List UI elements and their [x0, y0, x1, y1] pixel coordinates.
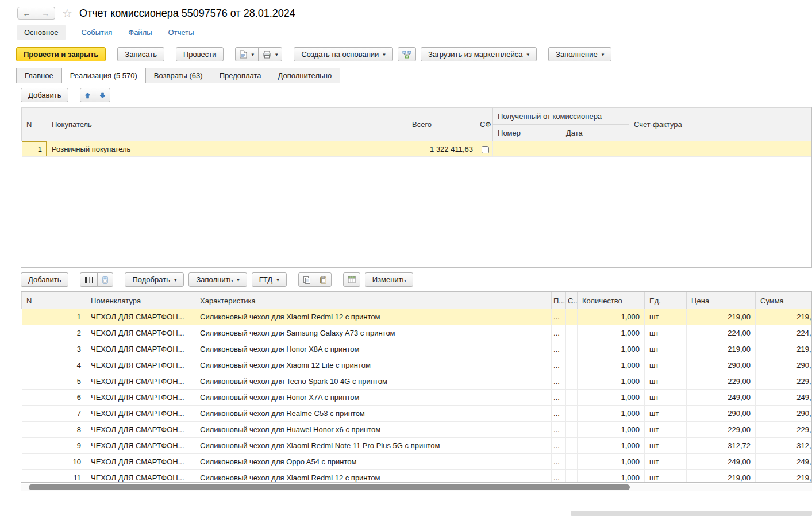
sum-cell[interactable]: 219,00 — [756, 309, 812, 325]
price-cell[interactable]: 224,00 — [687, 325, 756, 341]
p-cell[interactable]: ... — [552, 341, 566, 357]
col-header-unit[interactable]: Ед. — [645, 292, 687, 309]
item-row-number-cell[interactable]: 3 — [22, 341, 86, 357]
col-header-invoice[interactable]: Счет-фактура — [629, 108, 811, 141]
quantity-cell[interactable]: 1,000 — [578, 390, 645, 406]
number-cell[interactable] — [493, 141, 561, 157]
s-cell[interactable] — [566, 341, 578, 357]
characteristic-cell[interactable]: Силиконовый чехол для Honor X8A с принто… — [195, 341, 552, 357]
p-cell[interactable]: ... — [552, 422, 566, 438]
item-row[interactable]: 1 ЧЕХОЛ ДЛЯ СМАРТФОН... Силиконовый чехо… — [22, 309, 812, 325]
quantity-cell[interactable]: 1,000 — [578, 309, 645, 325]
invoice-cell[interactable] — [629, 141, 811, 157]
sum-cell[interactable]: 219,00 — [756, 470, 812, 483]
related-documents-button[interactable] — [398, 47, 416, 61]
quantity-cell[interactable]: 1,000 — [578, 373, 645, 390]
s-cell[interactable] — [566, 454, 578, 470]
sf-cell[interactable] — [478, 141, 493, 157]
gtd-button[interactable]: ГТД ▾ — [252, 272, 287, 287]
back-button[interactable]: ← — [17, 7, 36, 20]
item-row[interactable]: 10 ЧЕХОЛ ДЛЯ СМАРТФОН... Силиконовый чех… — [22, 454, 812, 470]
col-header-quantity[interactable]: Количество — [578, 292, 645, 309]
post-and-close-button[interactable]: Провести и закрыть — [16, 47, 106, 61]
nomenclature-cell[interactable]: ЧЕХОЛ ДЛЯ СМАРТФОН... — [86, 341, 195, 357]
section-link[interactable]: Отчеты — [168, 28, 194, 37]
s-cell[interactable] — [566, 309, 578, 325]
item-row[interactable]: 8 ЧЕХОЛ ДЛЯ СМАРТФОН... Силиконовый чехо… — [22, 422, 812, 438]
col-header-p[interactable]: П... — [552, 292, 566, 309]
sf-checkbox[interactable] — [482, 146, 489, 153]
document-menu-button[interactable]: ▾ — [235, 47, 259, 61]
quantity-cell[interactable]: 1,000 — [578, 454, 645, 470]
price-cell[interactable]: 219,00 — [687, 341, 756, 357]
characteristic-cell[interactable]: Силиконовый чехол для Xiaomi Redmi 12 с … — [195, 470, 552, 483]
nomenclature-cell[interactable]: ЧЕХОЛ ДЛЯ СМАРТФОН... — [86, 438, 195, 454]
nomenclature-cell[interactable]: ЧЕХОЛ ДЛЯ СМАРТФОН... — [86, 406, 195, 422]
characteristic-cell[interactable]: Силиконовый чехол для Xiaomi 12 Lite с п… — [195, 357, 552, 373]
data-collection-terminal-button[interactable] — [97, 272, 113, 287]
characteristic-cell[interactable]: Силиконовый чехол для Oppo A54 с принтом — [195, 454, 552, 470]
unit-cell[interactable]: шт — [645, 438, 687, 454]
characteristic-cell[interactable]: Силиконовый чехол для Xiaomi Redmi Note … — [195, 438, 552, 454]
create-based-on-button[interactable]: Создать на основании ▾ — [294, 47, 392, 61]
document-tab[interactable]: Реализация (5 570) — [61, 68, 146, 83]
filling-button[interactable]: Заполнение ▾ — [548, 47, 611, 61]
nomenclature-cell[interactable]: ЧЕХОЛ ДЛЯ СМАРТФОН... — [86, 309, 195, 325]
window-hscrollbar[interactable] — [571, 511, 812, 516]
print-menu-button[interactable]: ▾ — [258, 47, 283, 61]
unit-cell[interactable]: шт — [645, 406, 687, 422]
quantity-cell[interactable]: 1,000 — [578, 422, 645, 438]
col-header-total[interactable]: Всего — [407, 108, 478, 141]
load-from-marketplace-button[interactable]: Загрузить из маркетплейса ▾ — [421, 47, 537, 61]
quantity-cell[interactable]: 1,000 — [578, 341, 645, 357]
col-header-number[interactable]: Номер — [493, 125, 561, 141]
quantity-cell[interactable]: 1,000 — [578, 470, 645, 483]
price-cell[interactable]: 290,00 — [687, 357, 756, 373]
price-cell[interactable]: 312,72 — [687, 438, 756, 454]
sum-cell[interactable]: 290,00 — [756, 406, 812, 422]
sum-cell[interactable]: 290,00 — [756, 357, 812, 373]
item-row-number-cell[interactable]: 9 — [22, 438, 86, 454]
item-row[interactable]: 9 ЧЕХОЛ ДЛЯ СМАРТФОН... Силиконовый чехо… — [22, 438, 812, 454]
nomenclature-cell[interactable]: ЧЕХОЛ ДЛЯ СМАРТФОН... — [86, 357, 195, 373]
quantity-cell[interactable]: 1,000 — [578, 325, 645, 341]
p-cell[interactable]: ... — [552, 357, 566, 373]
sum-cell[interactable]: 229,00 — [756, 422, 812, 438]
p-cell[interactable]: ... — [552, 309, 566, 325]
col-header-n[interactable]: N — [22, 108, 47, 141]
characteristic-cell[interactable]: Силиконовый чехол для Huawei Honor x6 с … — [195, 422, 552, 438]
unit-cell[interactable]: шт — [645, 357, 687, 373]
unit-cell[interactable]: шт — [645, 390, 687, 406]
items-hscrollbar-track[interactable] — [21, 484, 812, 491]
price-cell[interactable]: 219,00 — [687, 470, 756, 483]
unit-cell[interactable]: шт — [645, 309, 687, 325]
quantity-cell[interactable]: 1,000 — [578, 438, 645, 454]
s-cell[interactable] — [566, 325, 578, 341]
nomenclature-cell[interactable]: ЧЕХОЛ ДЛЯ СМАРТФОН... — [86, 454, 195, 470]
s-cell[interactable] — [566, 422, 578, 438]
unit-cell[interactable]: шт — [645, 470, 687, 483]
sum-cell[interactable]: 249,00 — [756, 454, 812, 470]
favorite-button[interactable]: ☆ — [62, 7, 72, 19]
item-row[interactable]: 6 ЧЕХОЛ ДЛЯ СМАРТФОН... Силиконовый чехо… — [22, 390, 812, 406]
unit-cell[interactable]: шт — [645, 373, 687, 390]
post-button[interactable]: Провести — [176, 47, 224, 61]
s-cell[interactable] — [566, 470, 578, 483]
p-cell[interactable]: ... — [552, 438, 566, 454]
nomenclature-cell[interactable]: ЧЕХОЛ ДЛЯ СМАРТФОН... — [86, 470, 195, 483]
item-row-number-cell[interactable]: 8 — [22, 422, 86, 438]
s-cell[interactable] — [566, 390, 578, 406]
item-row[interactable]: 3 ЧЕХОЛ ДЛЯ СМАРТФОН... Силиконовый чехо… — [22, 341, 812, 357]
item-row-number-cell[interactable]: 10 — [22, 454, 86, 470]
item-row[interactable]: 7 ЧЕХОЛ ДЛЯ СМАРТФОН... Силиконовый чехо… — [22, 406, 812, 422]
quantity-cell[interactable]: 1,000 — [578, 357, 645, 373]
characteristic-cell[interactable]: Силиконовый чехол для Samsung Galaxy A73… — [195, 325, 552, 341]
col-header-date[interactable]: Дата — [561, 125, 629, 141]
s-cell[interactable] — [566, 438, 578, 454]
col-header-sf[interactable]: СФ — [478, 108, 493, 141]
p-cell[interactable]: ... — [552, 373, 566, 390]
paste-rows-button[interactable] — [315, 272, 332, 287]
sum-cell[interactable]: 229,00 — [756, 373, 812, 390]
p-cell[interactable]: ... — [552, 390, 566, 406]
document-tab[interactable]: Возвраты (63) — [145, 68, 211, 83]
